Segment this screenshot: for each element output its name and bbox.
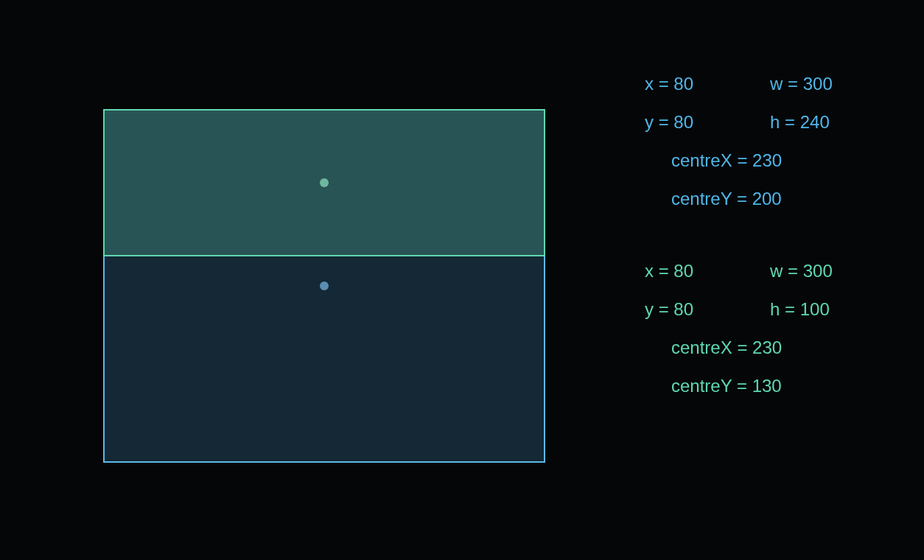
green-h-label: h = 100 <box>770 299 895 320</box>
blue-info-block: x = 80 w = 300 y = 80 h = 240 centreX = … <box>645 74 910 209</box>
green-centrex-label: centreX = 230 <box>671 337 782 358</box>
green-centre-dot <box>320 178 329 187</box>
blue-centrey-label: centreY = 200 <box>671 189 782 209</box>
green-y-label: y = 80 <box>645 299 770 320</box>
info-panel: x = 80 w = 300 y = 80 h = 240 centreX = … <box>645 74 910 414</box>
blue-y-label: y = 80 <box>645 112 770 133</box>
blue-h-label: h = 240 <box>770 112 895 133</box>
blue-x-label: x = 80 <box>645 74 770 94</box>
green-w-label: w = 300 <box>770 261 895 281</box>
blue-w-label: w = 300 <box>770 74 895 94</box>
blue-centre-dot <box>320 281 329 290</box>
blue-centrex-label: centreX = 230 <box>671 150 782 171</box>
green-info-block: x = 80 w = 300 y = 80 h = 100 centreX = … <box>645 261 910 396</box>
green-centrey-label: centreY = 130 <box>671 376 782 396</box>
green-x-label: x = 80 <box>645 261 770 281</box>
